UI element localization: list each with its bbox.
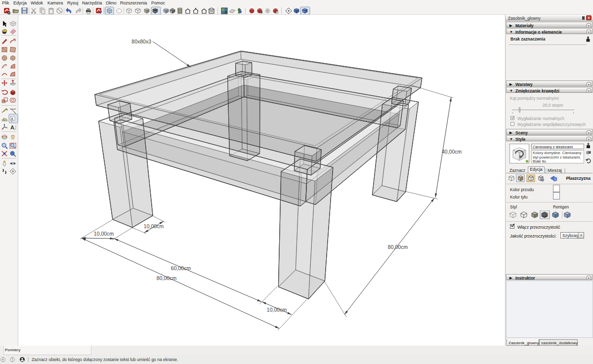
svg-text:A: A xyxy=(11,117,13,121)
svg-text:A: A xyxy=(10,124,14,130)
svg-text:?: ? xyxy=(99,10,102,15)
